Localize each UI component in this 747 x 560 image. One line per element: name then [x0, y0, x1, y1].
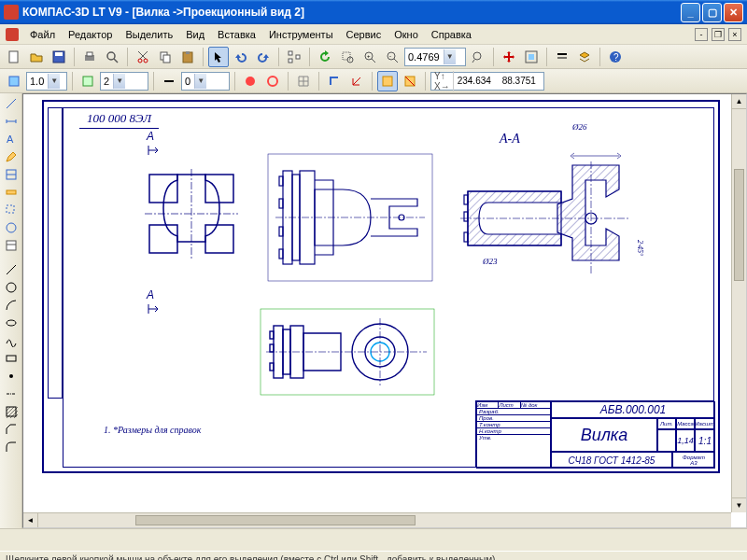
circle-tool[interactable]	[2, 279, 21, 296]
state-toolbar: 1.0▼ 2▼ 0▼ Y↑X→ 234.634 88.3751	[0, 69, 747, 93]
redo-button[interactable]	[253, 47, 274, 67]
zoom-out-button[interactable]: -	[382, 47, 402, 67]
zoom-all-button[interactable]	[521, 47, 542, 67]
mdi-close[interactable]: ×	[728, 28, 741, 41]
assoc-tool[interactable]	[2, 219, 21, 236]
tb-mass-label: Масса	[676, 418, 695, 429]
refresh-button[interactable]	[315, 47, 335, 67]
coord-y: 88.3751	[499, 76, 543, 86]
layers-button[interactable]	[574, 47, 595, 67]
undo-button[interactable]	[231, 47, 251, 67]
spec-tool[interactable]	[2, 237, 21, 254]
svg-line-6	[114, 59, 118, 63]
v-scrollbar[interactable]: ▲ ▼	[731, 94, 746, 512]
zoom-combo[interactable]: 0.4769▼	[404, 48, 466, 66]
drawing-number-top: 100 000 8ЭЛ	[79, 111, 159, 129]
menu-tools[interactable]: Инструменты	[263, 27, 339, 42]
svg-rect-69	[279, 249, 283, 259]
tree-button[interactable]	[284, 47, 304, 67]
select-tool[interactable]	[2, 202, 21, 218]
menu-view[interactable]: Вид	[180, 27, 210, 42]
svg-rect-86	[270, 344, 274, 352]
menu-file[interactable]: Файл	[24, 27, 61, 42]
toggle-b[interactable]	[400, 71, 420, 91]
arc-tool[interactable]	[2, 297, 21, 314]
style-combo[interactable]: 0▼	[181, 72, 230, 91]
mdi-minimize[interactable]: -	[695, 28, 708, 41]
zoom-window-button[interactable]	[337, 47, 358, 67]
ucs-button[interactable]	[346, 71, 367, 91]
scale-combo[interactable]: 1.0▼	[26, 72, 67, 91]
svg-text:A: A	[7, 133, 14, 145]
paste-button[interactable]	[177, 47, 198, 67]
layer-state-button[interactable]	[78, 71, 98, 91]
drawing-canvas[interactable]: 100 000 8ЭЛ А А	[22, 93, 747, 528]
svg-rect-2	[55, 52, 63, 56]
maximize-button[interactable]: ▢	[702, 3, 722, 22]
geom-tool[interactable]	[2, 95, 21, 112]
copy-button[interactable]	[155, 47, 176, 67]
layer-value: 2	[104, 76, 109, 87]
new-button[interactable]	[4, 47, 24, 67]
cut-button[interactable]	[133, 47, 153, 67]
rect-tool[interactable]	[2, 350, 21, 367]
svg-rect-75	[464, 212, 468, 221]
menu-insert[interactable]: Вставка	[212, 27, 261, 42]
menu-help[interactable]: Справка	[426, 27, 477, 42]
menu-editor[interactable]: Редактор	[63, 27, 118, 42]
tb-scale-label: Масшт.	[695, 418, 715, 429]
snap-end-button[interactable]	[240, 71, 261, 91]
pan-button[interactable]	[499, 47, 519, 67]
ellipse-tool[interactable]	[2, 315, 21, 331]
svg-rect-31	[9, 77, 19, 86]
svg-rect-45	[7, 205, 14, 213]
tb-part-name: Вилка	[551, 418, 657, 452]
print-button[interactable]	[79, 47, 100, 67]
svg-point-34	[246, 77, 255, 86]
dim-tool[interactable]	[2, 113, 21, 130]
svg-point-24	[473, 52, 481, 60]
menu-select[interactable]: Выделить	[120, 27, 178, 42]
menu-window[interactable]: Окно	[388, 27, 424, 42]
fillet-tool[interactable]	[2, 439, 21, 455]
measure-tool[interactable]	[2, 184, 21, 201]
mdi-restore[interactable]: ❐	[712, 28, 725, 41]
cursor-button[interactable]	[208, 47, 229, 67]
binding-strip	[48, 107, 63, 399]
preview-button[interactable]	[102, 47, 122, 67]
line-tool[interactable]	[2, 261, 21, 278]
h-scrollbar[interactable]: ◄ ►	[23, 512, 731, 527]
ortho-button[interactable]	[324, 71, 345, 91]
zoom-in-button[interactable]: +	[359, 47, 380, 67]
tool-palette: A	[0, 93, 22, 528]
grid-button[interactable]	[293, 71, 314, 91]
thicklines-button[interactable]	[552, 47, 572, 67]
state-button[interactable]	[4, 71, 24, 91]
hatch-tool[interactable]	[2, 403, 21, 420]
svg-rect-15	[296, 55, 300, 59]
svg-line-19	[372, 59, 375, 63]
standard-toolbar: + - 0.4769▼ ?	[0, 45, 747, 69]
spline-tool[interactable]	[2, 332, 21, 349]
svg-rect-58	[149, 225, 177, 253]
close-button[interactable]: ✕	[724, 3, 743, 22]
layer-combo[interactable]: 2▼	[100, 72, 148, 91]
svg-rect-87	[270, 363, 274, 371]
chamfer-tool[interactable]	[2, 421, 21, 438]
open-button[interactable]	[26, 47, 47, 67]
axis-tool[interactable]	[2, 385, 21, 402]
save-button[interactable]	[49, 47, 69, 67]
help-button[interactable]: ?	[605, 47, 626, 67]
front-view	[135, 158, 247, 270]
toggle-a[interactable]	[377, 71, 398, 91]
param-tool[interactable]	[2, 166, 21, 183]
menu-service[interactable]: Сервис	[341, 27, 388, 42]
edit-tool[interactable]	[2, 148, 21, 165]
svg-rect-14	[289, 59, 292, 63]
zoom-prev-button[interactable]	[468, 47, 488, 67]
minimize-button[interactable]: _	[681, 3, 700, 22]
snap-mid-button[interactable]	[262, 71, 283, 91]
style-button[interactable]	[159, 71, 179, 91]
label-tool[interactable]: A	[2, 131, 21, 147]
point-tool[interactable]	[2, 368, 21, 385]
